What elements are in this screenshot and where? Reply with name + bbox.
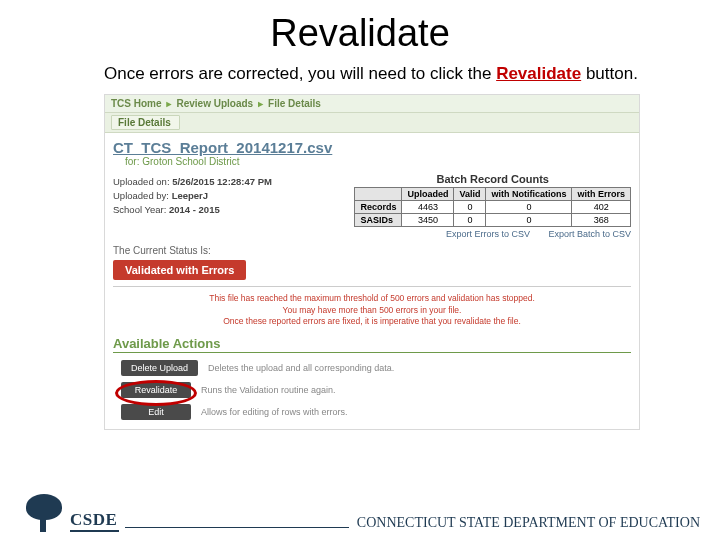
breadcrumb-home[interactable]: TCS Home	[111, 98, 162, 109]
warning-text: This file has reached the maximum thresh…	[105, 289, 639, 333]
brc-cell: 4463	[402, 201, 454, 214]
action-row-edit: Edit Allows for editing of rows with err…	[105, 401, 639, 423]
uploaded-by-label: Uploaded by:	[113, 190, 169, 201]
brc-title: Batch Record Counts	[354, 173, 631, 185]
status-label: The Current Status Is:	[105, 239, 639, 258]
batch-record-counts: Batch Record Counts Uploaded Valid with …	[354, 173, 631, 239]
action-desc: Deletes the upload and all corresponding…	[208, 363, 394, 373]
brc-h-uploaded: Uploaded	[402, 188, 454, 201]
available-actions-title: Available Actions	[105, 334, 639, 352]
uploaded-on-label: Uploaded on:	[113, 176, 170, 187]
warning-line: Once these reported errors are fixed, it…	[113, 316, 631, 327]
warning-line: This file has reached the maximum thresh…	[113, 293, 631, 304]
brc-h-blank	[355, 188, 402, 201]
export-errors-link[interactable]: Export Errors to CSV	[446, 229, 530, 239]
export-batch-link[interactable]: Export Batch to CSV	[548, 229, 631, 239]
file-details-tab: File Details	[111, 115, 180, 130]
footer-org: CONNECTICUT STATE DEPARTMENT OF EDUCATIO…	[357, 515, 700, 532]
delete-upload-button[interactable]: Delete Upload	[121, 360, 198, 376]
brc-row-label: Records	[355, 201, 402, 214]
instruction-text: Once errors are corrected, you will need…	[104, 63, 640, 84]
slide-title: Revalidate	[24, 12, 696, 55]
section-header-bar: File Details	[105, 113, 639, 133]
file-name: CT_TCS_Report_20141217.csv	[105, 133, 639, 156]
revalidate-button[interactable]: Revalidate	[121, 382, 191, 398]
divider	[113, 286, 631, 287]
brc-row-label: SASIDs	[355, 214, 402, 227]
action-desc: Runs the Validation routine again.	[201, 385, 335, 395]
chevron-right-icon: ►	[256, 99, 265, 109]
breadcrumb-filedetails: File Details	[268, 98, 321, 109]
action-row-delete: Delete Upload Deletes the upload and all…	[105, 357, 639, 379]
instruction-pre: Once errors are corrected, you will need…	[104, 64, 496, 83]
action-desc: Allows for editing of rows with errors.	[201, 407, 348, 417]
csde-logo-text: CSDE	[70, 510, 119, 532]
brc-h-errors: with Errors	[572, 188, 631, 201]
divider	[125, 527, 349, 528]
brc-cell: 0	[454, 214, 486, 227]
brc-table: Uploaded Valid with Notifications with E…	[354, 187, 631, 227]
brc-h-valid: Valid	[454, 188, 486, 201]
tree-icon	[22, 494, 66, 532]
app-screenshot: TCS Home ► Review Uploads ► File Details…	[104, 94, 640, 429]
school-year-label: School Year:	[113, 204, 166, 215]
instruction-post: button.	[581, 64, 638, 83]
brc-cell: 3450	[402, 214, 454, 227]
table-row: SASIDs 3450 0 0 368	[355, 214, 631, 227]
brc-cell: 0	[486, 201, 572, 214]
upload-meta: Uploaded on: 5/26/2015 12:28:47 PM Uploa…	[113, 173, 342, 239]
table-row: Records 4463 0 0 402	[355, 201, 631, 214]
breadcrumb-review[interactable]: Review Uploads	[176, 98, 253, 109]
csde-logo: CSDE	[22, 494, 119, 532]
slide-footer: CSDE CONNECTICUT STATE DEPARTMENT OF EDU…	[0, 494, 720, 532]
brc-h-notif: with Notifications	[486, 188, 572, 201]
action-row-revalidate: Revalidate Runs the Validation routine a…	[105, 379, 639, 401]
school-year-value: 2014 - 2015	[169, 204, 220, 215]
status-badge: Validated with Errors	[113, 260, 246, 280]
divider	[113, 352, 631, 353]
warning-line: You may have more than 500 errors in you…	[113, 305, 631, 316]
chevron-right-icon: ►	[165, 99, 174, 109]
edit-button[interactable]: Edit	[121, 404, 191, 420]
brc-cell: 402	[572, 201, 631, 214]
breadcrumb: TCS Home ► Review Uploads ► File Details	[105, 95, 639, 113]
district-line: for: Groton School District	[105, 156, 639, 173]
uploaded-on-value: 5/26/2015 12:28:47 PM	[172, 176, 272, 187]
uploaded-by-value: LeeperJ	[172, 190, 208, 201]
brc-cell: 0	[486, 214, 572, 227]
brc-cell: 368	[572, 214, 631, 227]
brc-cell: 0	[454, 201, 486, 214]
instruction-highlight: Revalidate	[496, 64, 581, 83]
